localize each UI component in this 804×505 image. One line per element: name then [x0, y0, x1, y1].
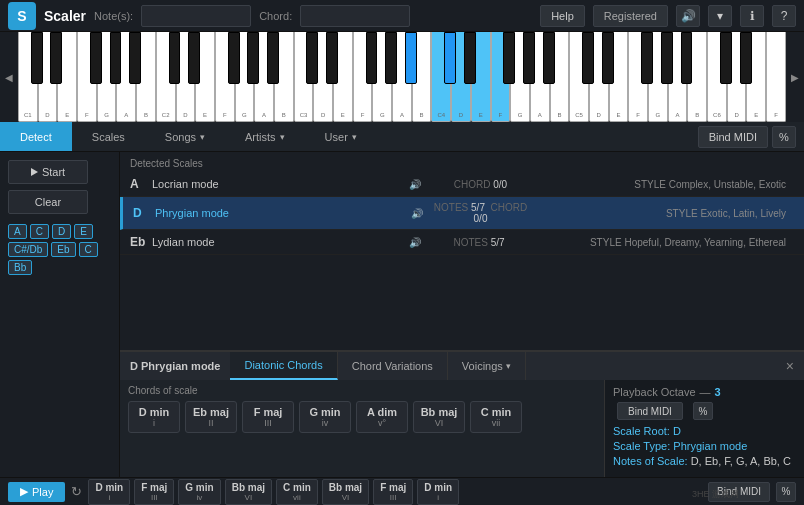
black-key[interactable]: [602, 32, 614, 84]
chord-bind-midi-button[interactable]: Bind MIDI: [617, 402, 683, 420]
chord-label: Chord:: [259, 10, 292, 22]
user-button[interactable]: User▾: [305, 122, 377, 151]
black-key[interactable]: [306, 32, 318, 84]
chord-panel-close[interactable]: ×: [776, 358, 804, 374]
black-key[interactable]: [405, 32, 417, 84]
black-key[interactable]: [661, 32, 673, 84]
header: S Scaler Note(s): Chord: Help Registered…: [0, 0, 804, 32]
sound-icon[interactable]: 🔊: [409, 179, 421, 190]
detect-button[interactable]: Detect: [0, 122, 72, 151]
chord-card[interactable]: F majIII: [242, 401, 294, 433]
tab-diatonic-chords[interactable]: Diatonic Chords: [230, 352, 337, 380]
piano-right-nav[interactable]: ▶: [786, 32, 804, 122]
black-key[interactable]: [188, 32, 200, 84]
percent-button[interactable]: %: [772, 126, 796, 148]
bottom-chord-card[interactable]: D mini: [88, 479, 130, 505]
registered-button[interactable]: Registered: [593, 5, 668, 27]
question-icon[interactable]: ?: [772, 5, 796, 27]
black-key[interactable]: [110, 32, 122, 84]
help-button[interactable]: Help: [540, 5, 585, 27]
note-chip[interactable]: A: [8, 224, 27, 239]
black-key[interactable]: [31, 32, 43, 84]
chord-card[interactable]: Eb majII: [185, 401, 237, 433]
app-logo: S: [8, 2, 36, 30]
scale-row[interactable]: A Locrian mode 🔊 CHORD 0/0 STYLE Complex…: [120, 172, 804, 197]
tab-voicings[interactable]: Voicings▾: [448, 352, 526, 380]
tab-chord-variations[interactable]: Chord Variations: [338, 352, 448, 380]
black-key[interactable]: [385, 32, 397, 84]
chord-card-name: C min: [481, 406, 512, 418]
chord-card[interactable]: D mini: [128, 401, 180, 433]
black-key[interactable]: [464, 32, 476, 84]
scale-name: Locrian mode: [152, 178, 409, 190]
black-key[interactable]: [366, 32, 378, 84]
bottom-chord-card[interactable]: Bb majVI: [225, 479, 272, 505]
bind-midi-button[interactable]: Bind MIDI: [698, 126, 768, 148]
bcc-name: D min: [424, 482, 452, 493]
black-key[interactable]: [681, 32, 693, 84]
scales-button[interactable]: Scales: [72, 122, 145, 151]
bottom-chord-card[interactable]: C minvii: [276, 479, 318, 505]
volume-icon[interactable]: 🔊: [676, 5, 700, 27]
black-key[interactable]: [641, 32, 653, 84]
black-key[interactable]: [720, 32, 732, 84]
piano-left-nav[interactable]: ◀: [0, 32, 18, 122]
chord-card-name: Bb maj: [421, 406, 458, 418]
chord-input[interactable]: [300, 5, 410, 27]
bottom-chord-card[interactable]: Bb majVI: [322, 479, 369, 505]
black-key[interactable]: [129, 32, 141, 84]
chord-card-numeral: vii: [492, 418, 501, 428]
black-key[interactable]: [169, 32, 181, 84]
sound-icon[interactable]: 🔊: [411, 208, 423, 219]
scale-name: Lydian mode: [152, 236, 409, 248]
dropdown-icon[interactable]: ▾: [708, 5, 732, 27]
black-key[interactable]: [247, 32, 259, 84]
notes-input[interactable]: [141, 5, 251, 27]
note-chip[interactable]: D: [52, 224, 71, 239]
scale-row[interactable]: Eb Lydian mode 🔊 NOTES 5/7 STYLE Hopeful…: [120, 230, 804, 255]
chord-percent-button[interactable]: %: [693, 402, 713, 420]
note-chip[interactable]: C#/Db: [8, 242, 48, 257]
left-panel: Start Clear ACDEC#/DbEbCBb: [0, 152, 120, 505]
clear-button[interactable]: Clear: [8, 190, 88, 214]
bottom-chord-card[interactable]: F majIII: [134, 479, 174, 505]
bottom-chord-card[interactable]: F majIII: [373, 479, 413, 505]
black-key[interactable]: [326, 32, 338, 84]
black-key[interactable]: [267, 32, 279, 84]
note-chip[interactable]: Eb: [51, 242, 75, 257]
playback-octave: 3: [715, 386, 721, 398]
black-key[interactable]: [523, 32, 535, 84]
white-key[interactable]: F: [766, 32, 786, 122]
note-chip[interactable]: C: [79, 242, 98, 257]
songs-button[interactable]: Songs▾: [145, 122, 225, 151]
black-key[interactable]: [543, 32, 555, 84]
chord-card[interactable]: Bb majVI: [413, 401, 465, 433]
info-icon[interactable]: ℹ: [740, 5, 764, 27]
refresh-button[interactable]: ↻: [71, 484, 82, 499]
chord-card[interactable]: G miniv: [299, 401, 351, 433]
scale-row[interactable]: D Phrygian mode 🔊 NOTES 5/7 CHORD 0/0 ST…: [120, 197, 804, 230]
chord-card-numeral: VI: [435, 418, 444, 428]
black-key[interactable]: [503, 32, 515, 84]
bottom-chord-card[interactable]: D mini: [417, 479, 459, 505]
black-key[interactable]: [740, 32, 752, 84]
note-chip[interactable]: Bb: [8, 260, 32, 275]
bottom-section: D Phrygian mode Diatonic Chords Chord Va…: [120, 350, 804, 505]
black-key[interactable]: [444, 32, 456, 84]
note-chip[interactable]: E: [74, 224, 93, 239]
black-key[interactable]: [50, 32, 62, 84]
scale-rows-container: A Locrian mode 🔊 CHORD 0/0 STYLE Complex…: [120, 172, 804, 255]
black-key[interactable]: [90, 32, 102, 84]
start-button[interactable]: Start: [8, 160, 88, 184]
chord-card[interactable]: C minvii: [470, 401, 522, 433]
black-key[interactable]: [582, 32, 594, 84]
note-chip[interactable]: C: [30, 224, 49, 239]
playbar-percent-button[interactable]: %: [776, 482, 796, 502]
bottom-chord-card[interactable]: G miniv: [178, 479, 220, 505]
sound-icon[interactable]: 🔊: [409, 237, 421, 248]
artists-button[interactable]: Artists▾: [225, 122, 305, 151]
play-button[interactable]: ▶ Play: [8, 482, 65, 502]
chord-card-name: A dim: [367, 406, 397, 418]
chord-card[interactable]: A dimv°: [356, 401, 408, 433]
black-key[interactable]: [228, 32, 240, 84]
